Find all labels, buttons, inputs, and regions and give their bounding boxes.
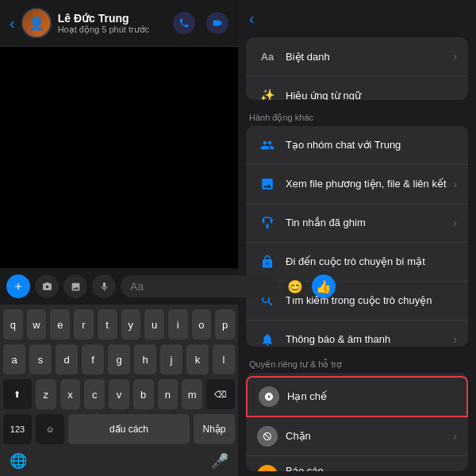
phone-button[interactable] — [173, 12, 195, 34]
search-label: Tìm kiếm trong cuộc trò chuyện — [286, 294, 457, 306]
media-icon — [257, 174, 278, 194]
key-q[interactable]: q — [3, 309, 23, 340]
avatar[interactable]: 👤 — [21, 8, 52, 38]
create-group-item[interactable]: Tạo nhóm chat với Trung — [246, 126, 468, 165]
search-item[interactable]: Tìm kiếm trong cuộc trò chuyện — [246, 282, 468, 321]
create-group-icon — [257, 135, 278, 155]
notification-chevron: › — [453, 333, 457, 346]
key-a[interactable]: a — [3, 344, 25, 374]
header-info: Lê Đức Trung Hoạt động 5 phút trước — [58, 12, 173, 35]
key-v[interactable]: v — [109, 379, 129, 409]
keyboard-globe-icon[interactable]: 🌐 — [10, 452, 27, 470]
key-j[interactable]: j — [160, 344, 182, 374]
notification-label: Thông báo & âm thanh — [286, 333, 453, 345]
report-label: Báo cáo — [286, 465, 457, 471]
restrict-label: Hạn chế — [287, 390, 455, 402]
input-bar: 😊 👍 — [0, 268, 238, 305]
media-chevron: › — [453, 178, 457, 190]
effects-item[interactable]: ✨ Hiệu ứng từ ngữ — [246, 76, 468, 100]
pinned-item[interactable]: Tin nhắn đã ghim › — [246, 204, 468, 243]
effects-label: Hiệu ứng từ ngữ — [286, 90, 457, 100]
right-header: ‹ — [238, 0, 476, 37]
restrict-item[interactable]: Hạn chế — [246, 376, 468, 417]
block-chevron: › — [453, 430, 457, 443]
right-back-button[interactable]: ‹ — [249, 10, 255, 28]
key-c[interactable]: c — [84, 379, 105, 409]
media-item[interactable]: Xem file phương tiện, file & liên kết › — [246, 165, 468, 204]
privacy-menu-group: Hạn chế Chặn › Báo cáo Đóng góp ý kiến v… — [246, 373, 468, 471]
add-button[interactable] — [6, 274, 30, 298]
key-g[interactable]: g — [108, 344, 130, 374]
key-x[interactable]: x — [60, 379, 81, 409]
message-input[interactable] — [121, 275, 278, 298]
notification-icon — [257, 329, 278, 347]
secret-label: Đi đến cuộc trò chuyện bí mật — [286, 255, 457, 267]
key-n[interactable]: n — [158, 379, 178, 409]
key-b[interactable]: b — [133, 379, 154, 409]
keyboard-row-3: ⬆ z x c v b n m ⌫ — [3, 379, 235, 409]
nickname-icon: Aa — [257, 46, 278, 67]
key-m[interactable]: m — [182, 379, 202, 409]
photo-button[interactable] — [63, 274, 87, 298]
nickname-label: Biệt danh — [286, 51, 453, 63]
chat-area — [0, 47, 238, 268]
keyboard-row-1: q w e r t y u i o p — [3, 309, 235, 340]
key-emoji[interactable]: ☺ — [36, 414, 64, 444]
key-i[interactable]: i — [168, 309, 188, 340]
notification-item[interactable]: Thông báo & âm thanh › — [246, 321, 468, 347]
key-o[interactable]: o — [192, 309, 212, 340]
header-actions — [173, 12, 228, 34]
secret-item[interactable]: Đi đến cuộc trò chuyện bí mật — [246, 243, 468, 282]
create-group-label: Tạo nhóm chat với Trung — [286, 139, 457, 151]
key-p[interactable]: p — [215, 309, 235, 340]
contact-status: Hoạt động 5 phút trước — [58, 25, 173, 35]
pinned-label: Tin nhắn đã ghim — [286, 217, 453, 228]
keyboard-bottom-bar: 🌐 🎤 — [3, 449, 235, 473]
camera-button[interactable] — [35, 274, 59, 298]
keyboard-dictation-icon[interactable]: 🎤 — [211, 452, 228, 470]
avatar-image: 👤 — [23, 10, 50, 36]
key-shift[interactable]: ⬆ — [3, 379, 32, 409]
restrict-icon — [259, 386, 279, 407]
section1-label: Hành động khác — [238, 105, 476, 126]
key-t[interactable]: t — [98, 309, 117, 340]
block-icon — [257, 426, 278, 447]
key-s[interactable]: s — [29, 344, 52, 374]
keyboard-row-2: a s d f g h j k l — [3, 344, 235, 374]
block-item[interactable]: Chặn › — [246, 417, 468, 456]
key-z[interactable]: z — [36, 379, 56, 409]
key-f[interactable]: f — [82, 344, 104, 374]
key-enter[interactable]: Nhập — [194, 414, 235, 444]
keyboard-row-4: 123 ☺ dấu cách Nhập — [3, 414, 235, 444]
emoji-button[interactable]: 😊 — [283, 274, 307, 298]
key-d[interactable]: d — [56, 344, 78, 374]
key-space[interactable]: dấu cách — [68, 414, 190, 444]
pinned-icon — [257, 213, 278, 233]
key-r[interactable]: r — [74, 309, 94, 340]
chat-panel: ‹ 👤 Lê Đức Trung Hoạt động 5 phút trước — [0, 0, 238, 476]
key-h[interactable]: h — [134, 344, 156, 374]
like-button[interactable]: 👍 — [312, 274, 336, 298]
key-delete[interactable]: ⌫ — [206, 379, 235, 409]
settings-panel: ‹ Aa Biệt danh › ✨ Hiệu ứng từ ngữ Hành … — [238, 0, 476, 476]
back-button[interactable]: ‹ — [10, 14, 15, 33]
nickname-item[interactable]: Aa Biệt danh › — [246, 37, 468, 76]
keyboard: q w e r t y u i o p a s d f g h j k l ⬆ … — [0, 305, 238, 476]
key-y[interactable]: y — [121, 309, 141, 340]
key-w[interactable]: w — [27, 309, 47, 340]
key-l[interactable]: l — [213, 344, 235, 374]
effects-icon: ✨ — [257, 85, 278, 100]
section2-label: Quyền riêng tư & hỗ trợ — [238, 351, 476, 373]
video-button[interactable] — [206, 12, 228, 34]
key-u[interactable]: u — [144, 309, 164, 340]
secret-icon — [257, 251, 278, 272]
media-label: Xem file phương tiện, file & liên kết — [286, 178, 453, 190]
key-k[interactable]: k — [186, 344, 209, 374]
report-item[interactable]: Báo cáo Đóng góp ý kiến và báo cáo cuộc … — [246, 456, 468, 471]
key-e[interactable]: e — [50, 309, 70, 340]
top-menu-group: Aa Biệt danh › ✨ Hiệu ứng từ ngữ — [246, 37, 468, 100]
pinned-chevron: › — [453, 217, 457, 229]
key-numbers[interactable]: 123 — [3, 414, 32, 444]
mic-button[interactable] — [92, 274, 116, 298]
report-text-group: Báo cáo Đóng góp ý kiến và báo cáo cuộc … — [286, 465, 457, 471]
